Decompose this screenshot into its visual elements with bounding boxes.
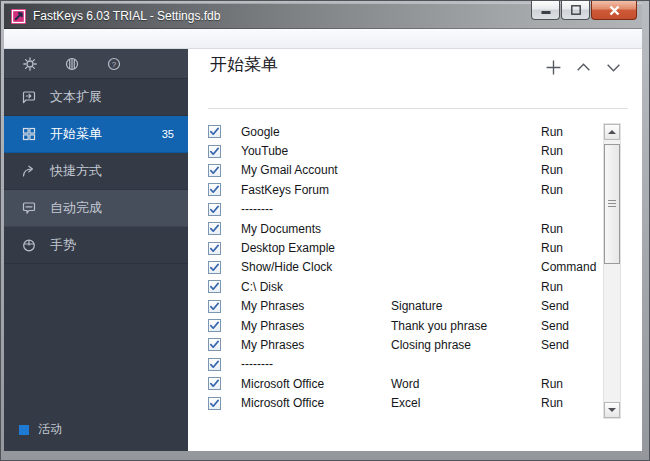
entry-action: Run (541, 163, 563, 177)
sidebar-item-label: 手势 (50, 236, 76, 254)
table-row[interactable]: My Documents Run (188, 219, 586, 238)
entry-name: My Documents (241, 222, 391, 236)
sidebar-item-autocomplete[interactable]: 自动完成 (4, 190, 188, 227)
scroll-up-icon (608, 130, 616, 134)
sidebar-item-label: 文本扩展 (50, 88, 102, 106)
entry-name: My Gmail Account (241, 163, 391, 177)
sidebar-item-start-menu[interactable]: 开始菜单 35 (4, 116, 188, 153)
entry-action: Run (541, 183, 563, 197)
table-row[interactable]: My Phrases Thank you phrase Send (188, 316, 586, 335)
plus-icon[interactable] (545, 59, 562, 76)
maximize-icon (571, 5, 581, 15)
entry-action: Send (541, 299, 569, 313)
menu-item-insert[interactable] (41, 37, 57, 41)
table-row[interactable]: C:\ Disk Run (188, 277, 586, 296)
entry-name: Microsoft Office (241, 396, 391, 410)
entry-action: Run (541, 377, 563, 391)
tab-bar (210, 89, 229, 97)
start-menu-icon (21, 126, 37, 142)
minimize-icon (541, 5, 551, 15)
chevron-up-icon[interactable] (575, 59, 592, 76)
checkbox[interactable] (208, 280, 221, 293)
entry-action: Run (541, 396, 563, 410)
checkbox[interactable] (208, 183, 221, 196)
caption-buttons (530, 1, 637, 20)
entry-action: Run (541, 222, 563, 236)
menu-item-file[interactable] (9, 37, 25, 41)
start-menu-list: Google Run YouTube Run (188, 122, 586, 413)
table-row[interactable]: My Phrases Signature Send (188, 297, 586, 316)
entry-action: Run (541, 125, 563, 139)
minimize-button[interactable] (531, 1, 560, 20)
table-row[interactable]: Microsoft Office Excel Run (188, 393, 586, 412)
sidebar-item-text-expansion[interactable]: 文本扩展 (4, 79, 188, 116)
help-icon[interactable]: ? (106, 56, 122, 72)
scrollbar-thumb[interactable] (604, 144, 620, 264)
autocomplete-icon (21, 200, 37, 216)
settings-icon[interactable] (22, 56, 38, 72)
maximize-button[interactable] (561, 1, 590, 20)
entry-name: Show/Hide Clock (241, 260, 391, 274)
checkbox[interactable] (208, 164, 221, 177)
menu-item-help[interactable] (73, 37, 89, 41)
table-row[interactable]: Desktop Example Run (188, 238, 586, 257)
checkbox[interactable] (208, 397, 221, 410)
checkbox[interactable] (208, 203, 221, 216)
entry-sub: Signature (391, 299, 541, 313)
scrollbar-grip-icon (608, 200, 616, 208)
entry-name: Google (241, 125, 391, 139)
table-row[interactable]: -------- (188, 200, 586, 219)
checkbox[interactable] (208, 261, 221, 274)
entry-action: Run (541, 241, 563, 255)
scroll-up-button[interactable] (604, 124, 620, 140)
sidebar-item-label: 快捷方式 (50, 162, 102, 180)
page-title: 开始菜单 (210, 53, 278, 76)
theme-icon[interactable] (64, 56, 80, 72)
chevron-down-icon[interactable] (605, 59, 622, 76)
table-row[interactable]: Show/Hide Clock Command (188, 258, 586, 277)
entry-name: -------- (241, 202, 391, 216)
entry-action: Run (541, 280, 563, 294)
sidebar-item-badge: 35 (162, 128, 174, 140)
scroll-down-icon (608, 408, 616, 412)
checkbox[interactable] (208, 319, 221, 332)
table-row[interactable]: My Gmail Account Run (188, 161, 586, 180)
sidebar-item-gestures[interactable]: 手势 (4, 227, 188, 264)
entry-action: Send (541, 338, 569, 352)
sidebar-item-shortcuts[interactable]: 快捷方式 (4, 153, 188, 190)
text-expand-icon (21, 89, 37, 105)
checkbox[interactable] (208, 145, 221, 158)
sidebar-toolbar: ? (4, 49, 188, 79)
scroll-down-button[interactable] (604, 402, 620, 418)
entry-sub: Thank you phrase (391, 319, 541, 333)
entry-action: Command (541, 260, 596, 274)
checkbox[interactable] (208, 358, 221, 371)
checkbox[interactable] (208, 377, 221, 390)
fastkeys-logo-icon (11, 9, 26, 24)
sidebar-item-label: 自动完成 (50, 199, 102, 217)
window-title: FastKeys 6.03 TRIAL - Settings.fdb (33, 9, 220, 23)
table-row[interactable]: Microsoft Office Word Run (188, 374, 586, 393)
app-window: FastKeys 6.03 TRIAL - Settings.fdb (0, 0, 650, 461)
close-button[interactable] (591, 1, 637, 20)
checkbox[interactable] (208, 338, 221, 351)
checkbox[interactable] (208, 125, 221, 138)
table-row[interactable]: YouTube Run (188, 141, 586, 160)
scrollbar[interactable] (603, 123, 621, 419)
sidebar-nav: 文本扩展 开始菜单 35 快捷方式 自动完成 手势 (4, 79, 188, 264)
checkbox[interactable] (208, 300, 221, 313)
menu-item-tools[interactable] (57, 37, 73, 41)
table-row[interactable]: FastKeys Forum Run (188, 180, 586, 199)
active-status-icon (19, 425, 29, 435)
menu-item-register[interactable] (89, 37, 105, 41)
checkbox[interactable] (208, 222, 221, 235)
menu-item-edit[interactable] (25, 37, 41, 41)
entry-name: My Phrases (241, 299, 391, 313)
entry-action: Send (541, 319, 569, 333)
sidebar: ? 文本扩展 开始菜单 35 快捷方式 (4, 49, 188, 451)
svg-text:?: ? (112, 59, 117, 68)
table-row[interactable]: Google Run (188, 122, 586, 141)
table-row[interactable]: My Phrases Closing phrase Send (188, 335, 586, 354)
table-row[interactable]: -------- (188, 355, 586, 374)
checkbox[interactable] (208, 242, 221, 255)
